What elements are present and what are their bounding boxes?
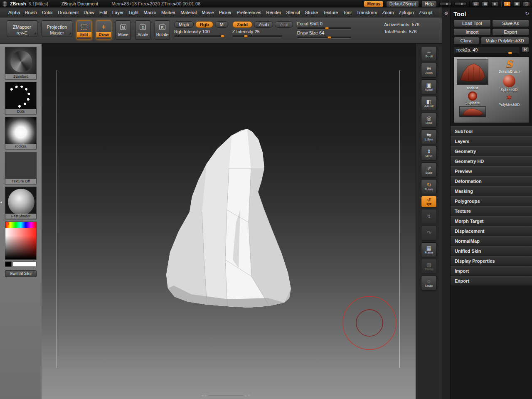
load-tool-button[interactable]: Load Tool xyxy=(453,20,491,27)
menu-item[interactable]: Zoom xyxy=(379,10,396,15)
lsym-button[interactable]: ⇋ L.Sym xyxy=(421,129,437,144)
menu-item[interactable]: Brush xyxy=(22,10,39,15)
focal-shift-slider[interactable] xyxy=(297,27,351,29)
default-zscript-button[interactable]: DefaultZScript xyxy=(386,1,419,7)
rgb-button[interactable]: Rgb xyxy=(195,21,213,28)
wrench-icon[interactable]: ⚙ xyxy=(444,11,448,16)
menu-item[interactable]: Stroke xyxy=(303,10,321,15)
menu-item[interactable]: Color xyxy=(39,10,55,15)
palette-section[interactable]: SubTool xyxy=(451,126,532,136)
scroll-up-icon[interactable]: ▴ xyxy=(245,394,246,397)
current-stroke-thumb[interactable]: Dots xyxy=(5,82,37,114)
palette-section[interactable]: Export xyxy=(451,276,532,286)
scroll-down-icon[interactable]: ▾ xyxy=(248,394,250,397)
z-intensity-slider[interactable] xyxy=(232,35,282,37)
hue-strip[interactable] xyxy=(5,222,36,228)
scroll-button[interactable]: ⇔ Scroll xyxy=(421,46,437,61)
import-button[interactable]: Import xyxy=(453,28,491,36)
menu-item[interactable]: Stencil xyxy=(284,10,303,15)
spin-button[interactable]: ↯ xyxy=(421,209,437,224)
palette-section[interactable]: Morph Target xyxy=(451,216,532,226)
palette-section[interactable]: Preview xyxy=(451,166,532,176)
orbit-button[interactable]: ↷ xyxy=(421,226,437,241)
palette-section[interactable]: Layers xyxy=(451,136,532,146)
scroll-right-icon[interactable]: ▸ xyxy=(205,394,207,397)
zadd-button[interactable]: Zadd xyxy=(232,21,252,28)
main-color-swatch[interactable] xyxy=(5,261,12,267)
secondary-color-swatch[interactable] xyxy=(13,261,37,267)
recent-tool-thumb[interactable] xyxy=(459,106,486,117)
palette-section[interactable]: Import xyxy=(451,266,532,276)
rotate-button[interactable]: ↻ Rotate xyxy=(421,179,437,194)
menu-item[interactable]: Texture xyxy=(320,10,340,15)
saturation-value-area[interactable] xyxy=(5,228,36,259)
rotate-mode-button[interactable]: R Rotate xyxy=(155,20,170,40)
rgb-intensity-slider[interactable] xyxy=(174,35,224,37)
draw-size-slider[interactable] xyxy=(297,37,351,38)
mrgb-button[interactable]: Mrgb xyxy=(174,21,194,28)
palette-section[interactable]: Geometry xyxy=(451,146,532,156)
lock-icon[interactable]: ◈ xyxy=(491,1,498,7)
m-button[interactable]: M xyxy=(215,21,228,28)
clone-button[interactable]: Clone xyxy=(453,37,479,44)
palette-section[interactable]: Masking xyxy=(451,186,532,196)
zsphere-tool[interactable]: ZSphere xyxy=(466,91,480,105)
menu-item[interactable]: Draw xyxy=(81,10,97,15)
export-view-icon[interactable]: ⇓ xyxy=(504,1,511,7)
window-icon[interactable]: ▣ xyxy=(513,1,520,7)
palette-section[interactable]: Unified Skin xyxy=(451,246,532,256)
current-texture-thumb[interactable]: Texture Off xyxy=(5,152,37,184)
tray-collapse-icon[interactable]: ◂ xyxy=(0,200,2,204)
help-button[interactable]: Help xyxy=(421,1,437,7)
menu-item[interactable]: Movie xyxy=(199,10,216,15)
zsub-button[interactable]: Zsub xyxy=(254,21,273,28)
canvas-viewport[interactable]: ◂ ▸ ▴ ▾ xyxy=(42,44,416,399)
lasso-button[interactable]: ◌ Lasso xyxy=(421,276,437,291)
canvas-scrollbar[interactable]: ◂ ▸ ▴ ▾ xyxy=(202,394,250,397)
rename-button[interactable]: R xyxy=(522,47,529,53)
actual-button[interactable]: ▣ Actual xyxy=(421,79,437,94)
zoom-button[interactable]: ⊕ Zoom xyxy=(421,63,437,78)
current-tool-thumb[interactable] xyxy=(457,59,488,85)
switch-color-button[interactable]: SwitchColor xyxy=(5,270,37,277)
menu-item[interactable]: Picker xyxy=(217,10,234,15)
scroll-track[interactable] xyxy=(208,395,243,396)
polymesh3d-tool[interactable]: ✶ PolyMesh3D xyxy=(498,93,520,107)
tool-name-slider[interactable]: rock2a. 49 xyxy=(453,47,520,54)
current-alpha-thumb[interactable]: rock2a xyxy=(5,117,37,149)
color-picker[interactable] xyxy=(5,222,37,260)
save-as-button[interactable]: Save As xyxy=(492,20,530,27)
edit-mode-button[interactable]: Edit xyxy=(76,20,92,40)
menu-item[interactable]: Zplugin xyxy=(397,10,416,15)
aahalf-button[interactable]: ◧ AAHalf xyxy=(421,96,437,111)
menu-item[interactable]: Zscript xyxy=(416,10,435,15)
scale-mode-button[interactable]: ⇕ Scale xyxy=(135,20,150,40)
ui-slider-2[interactable] xyxy=(454,2,467,6)
zcut-button[interactable]: Zcut xyxy=(275,21,293,28)
menu-item[interactable]: Alpha xyxy=(6,10,22,15)
make-polymesh3d-button[interactable]: Make PolyMesh3D xyxy=(480,37,529,44)
transp-button[interactable]: ▨ Transp xyxy=(421,259,437,274)
menu-item[interactable]: Material xyxy=(178,10,199,15)
menu-item[interactable]: Light xyxy=(126,10,141,15)
palette-section[interactable]: NormalMap xyxy=(451,236,532,246)
palette-section[interactable]: Deformation xyxy=(451,176,532,186)
scroll-left-icon[interactable]: ◂ xyxy=(202,394,203,397)
move-button[interactable]: ⇕ Move xyxy=(421,146,437,161)
xyz-button[interactable]: ↺ xyz xyxy=(421,196,437,207)
palette-section[interactable]: Displacement xyxy=(451,226,532,236)
draw-mode-button[interactable]: + Draw xyxy=(96,20,111,40)
menu-item[interactable]: Document xyxy=(55,10,81,15)
menus-button[interactable]: Menus xyxy=(364,1,384,7)
layout-columns-icon[interactable]: ▤ xyxy=(472,1,479,7)
scale-button[interactable]: ⇗ Scale xyxy=(421,163,437,177)
palette-section[interactable]: Display Properties xyxy=(451,256,532,266)
move-mode-button[interactable]: M Move xyxy=(116,20,131,40)
menu-item[interactable]: Render xyxy=(264,10,284,15)
simplebrush-tool[interactable]: S SimpleBrush xyxy=(498,59,520,74)
menu-item[interactable]: Layer xyxy=(110,10,126,15)
palette-section[interactable]: Polygroups xyxy=(451,196,532,206)
menu-item[interactable]: Macro xyxy=(141,10,159,15)
zmapper-button[interactable]: ZMapper rev-E ◢ xyxy=(7,20,37,37)
ui-slider-1[interactable] xyxy=(439,2,452,6)
